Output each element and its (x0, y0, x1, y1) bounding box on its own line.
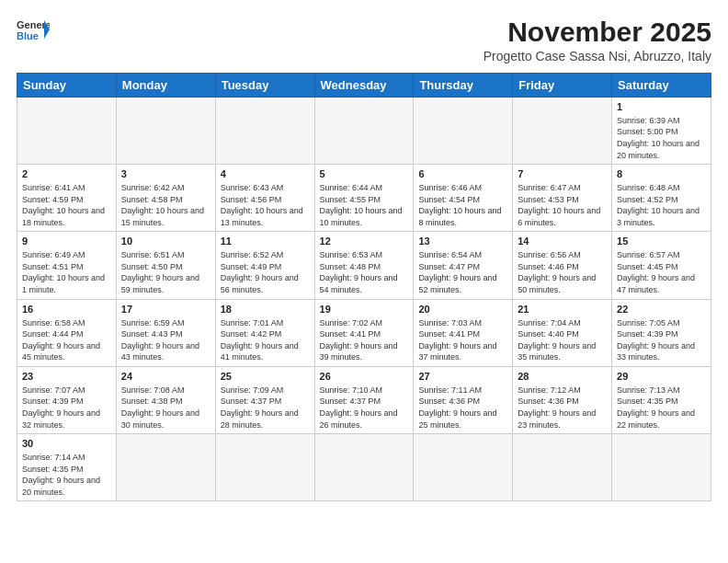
calendar-cell: 19Sunrise: 7:02 AM Sunset: 4:41 PM Dayli… (314, 299, 414, 366)
calendar-cell: 1Sunrise: 6:39 AM Sunset: 5:00 PM Daylig… (612, 98, 711, 165)
calendar-cell: 21Sunrise: 7:04 AM Sunset: 4:40 PM Dayli… (513, 299, 612, 366)
calendar-cell: 12Sunrise: 6:53 AM Sunset: 4:48 PM Dayli… (314, 232, 414, 299)
calendar-cell: 26Sunrise: 7:10 AM Sunset: 4:37 PM Dayli… (314, 366, 414, 433)
day-info: Sunrise: 7:09 AM Sunset: 4:37 PM Dayligh… (221, 385, 310, 431)
day-number: 4 (221, 167, 310, 181)
day-info: Sunrise: 6:47 AM Sunset: 4:53 PM Dayligh… (518, 182, 607, 228)
day-info: Sunrise: 6:53 AM Sunset: 4:48 PM Dayligh… (320, 249, 409, 295)
day-info: Sunrise: 6:43 AM Sunset: 4:56 PM Dayligh… (221, 182, 310, 228)
day-info: Sunrise: 7:07 AM Sunset: 4:39 PM Dayligh… (22, 385, 111, 431)
day-info: Sunrise: 7:08 AM Sunset: 4:38 PM Dayligh… (121, 385, 210, 431)
calendar-cell: 24Sunrise: 7:08 AM Sunset: 4:38 PM Dayli… (116, 366, 215, 433)
header-sunday: Sunday (17, 74, 117, 98)
calendar-cell: 28Sunrise: 7:12 AM Sunset: 4:36 PM Dayli… (513, 366, 612, 433)
day-info: Sunrise: 6:48 AM Sunset: 4:52 PM Dayligh… (617, 182, 706, 228)
calendar-cell: 3Sunrise: 6:42 AM Sunset: 4:58 PM Daylig… (116, 165, 215, 232)
calendar-cell: 6Sunrise: 6:46 AM Sunset: 4:54 PM Daylig… (414, 165, 513, 232)
header-tuesday: Tuesday (215, 74, 314, 98)
calendar-week-row: 16Sunrise: 6:58 AM Sunset: 4:44 PM Dayli… (17, 299, 711, 366)
calendar-cell (414, 98, 513, 165)
calendar-cell (215, 434, 314, 501)
calendar-cell: 10Sunrise: 6:51 AM Sunset: 4:50 PM Dayli… (116, 232, 215, 299)
title-block: November 2025 Progetto Case Sassa Nsi, A… (483, 17, 711, 63)
header-monday: Monday (116, 74, 215, 98)
day-number: 29 (617, 370, 706, 384)
day-info: Sunrise: 6:56 AM Sunset: 4:46 PM Dayligh… (518, 249, 607, 295)
calendar-cell (513, 434, 612, 501)
day-info: Sunrise: 6:51 AM Sunset: 4:50 PM Dayligh… (121, 249, 210, 295)
day-number: 1 (617, 100, 706, 114)
day-info: Sunrise: 6:59 AM Sunset: 4:43 PM Dayligh… (121, 317, 210, 363)
day-info: Sunrise: 6:58 AM Sunset: 4:44 PM Dayligh… (22, 317, 111, 363)
calendar-cell (414, 434, 513, 501)
day-number: 18 (221, 303, 310, 316)
calendar-cell (215, 98, 314, 165)
calendar-cell: 27Sunrise: 7:11 AM Sunset: 4:36 PM Dayli… (414, 366, 513, 433)
day-info: Sunrise: 7:03 AM Sunset: 4:41 PM Dayligh… (418, 317, 507, 363)
subtitle: Progetto Case Sassa Nsi, Abruzzo, Italy (483, 49, 711, 63)
calendar: Sunday Monday Tuesday Wednesday Thursday… (17, 73, 711, 501)
day-info: Sunrise: 7:02 AM Sunset: 4:41 PM Dayligh… (320, 317, 409, 363)
calendar-cell: 17Sunrise: 6:59 AM Sunset: 4:43 PM Dayli… (116, 299, 215, 366)
day-number: 15 (617, 235, 706, 248)
calendar-cell: 15Sunrise: 6:57 AM Sunset: 4:45 PM Dayli… (612, 232, 711, 299)
day-info: Sunrise: 6:42 AM Sunset: 4:58 PM Dayligh… (121, 182, 210, 228)
day-info: Sunrise: 7:11 AM Sunset: 4:36 PM Dayligh… (418, 385, 507, 431)
day-info: Sunrise: 7:10 AM Sunset: 4:37 PM Dayligh… (320, 385, 409, 431)
calendar-cell: 29Sunrise: 7:13 AM Sunset: 4:35 PM Dayli… (612, 366, 711, 433)
day-number: 14 (518, 235, 607, 248)
day-number: 11 (221, 235, 310, 248)
day-number: 17 (121, 303, 210, 316)
day-number: 19 (320, 303, 409, 316)
calendar-cell (116, 434, 215, 501)
calendar-cell: 25Sunrise: 7:09 AM Sunset: 4:37 PM Dayli… (215, 366, 314, 433)
calendar-cell: 18Sunrise: 7:01 AM Sunset: 4:42 PM Dayli… (215, 299, 314, 366)
calendar-cell: 16Sunrise: 6:58 AM Sunset: 4:44 PM Dayli… (17, 299, 117, 366)
day-header-row: Sunday Monday Tuesday Wednesday Thursday… (17, 74, 711, 98)
calendar-cell: 14Sunrise: 6:56 AM Sunset: 4:46 PM Dayli… (513, 232, 612, 299)
calendar-cell (612, 434, 711, 501)
day-number: 12 (320, 235, 409, 248)
day-info: Sunrise: 6:41 AM Sunset: 4:59 PM Dayligh… (22, 182, 111, 228)
calendar-week-row: 30Sunrise: 7:14 AM Sunset: 4:35 PM Dayli… (17, 434, 711, 501)
day-number: 8 (617, 167, 706, 181)
day-number: 27 (418, 370, 507, 384)
calendar-cell: 22Sunrise: 7:05 AM Sunset: 4:39 PM Dayli… (612, 299, 711, 366)
calendar-week-row: 23Sunrise: 7:07 AM Sunset: 4:39 PM Dayli… (17, 366, 711, 433)
day-number: 23 (22, 370, 111, 384)
day-number: 25 (221, 370, 310, 384)
day-number: 20 (418, 303, 507, 316)
calendar-week-row: 1Sunrise: 6:39 AM Sunset: 5:00 PM Daylig… (17, 98, 711, 165)
calendar-cell: 2Sunrise: 6:41 AM Sunset: 4:59 PM Daylig… (17, 165, 117, 232)
day-info: Sunrise: 7:12 AM Sunset: 4:36 PM Dayligh… (518, 385, 607, 431)
day-info: Sunrise: 7:13 AM Sunset: 4:35 PM Dayligh… (617, 385, 706, 431)
day-number: 21 (518, 303, 607, 316)
header-wednesday: Wednesday (314, 74, 414, 98)
calendar-cell: 23Sunrise: 7:07 AM Sunset: 4:39 PM Dayli… (17, 366, 117, 433)
day-number: 6 (418, 167, 507, 181)
day-info: Sunrise: 6:44 AM Sunset: 4:55 PM Dayligh… (320, 182, 409, 228)
calendar-cell (116, 98, 215, 165)
logo: General Blue (17, 17, 50, 42)
day-info: Sunrise: 6:57 AM Sunset: 4:45 PM Dayligh… (617, 249, 706, 295)
page: General Blue November 2025 Progetto Case… (0, 0, 728, 563)
generalblue-logo-icon: General Blue (17, 17, 50, 42)
calendar-cell: 9Sunrise: 6:49 AM Sunset: 4:51 PM Daylig… (17, 232, 117, 299)
day-info: Sunrise: 6:49 AM Sunset: 4:51 PM Dayligh… (22, 249, 111, 295)
day-info: Sunrise: 7:14 AM Sunset: 4:35 PM Dayligh… (22, 452, 111, 498)
day-number: 26 (320, 370, 409, 384)
day-number: 28 (518, 370, 607, 384)
calendar-body: 1Sunrise: 6:39 AM Sunset: 5:00 PM Daylig… (17, 98, 711, 501)
calendar-cell: 7Sunrise: 6:47 AM Sunset: 4:53 PM Daylig… (513, 165, 612, 232)
day-number: 7 (518, 167, 607, 181)
calendar-cell: 30Sunrise: 7:14 AM Sunset: 4:35 PM Dayli… (17, 434, 117, 501)
header-thursday: Thursday (414, 74, 513, 98)
calendar-cell: 11Sunrise: 6:52 AM Sunset: 4:49 PM Dayli… (215, 232, 314, 299)
day-number: 30 (22, 437, 111, 451)
month-title: November 2025 (483, 17, 711, 47)
calendar-cell: 4Sunrise: 6:43 AM Sunset: 4:56 PM Daylig… (215, 165, 314, 232)
calendar-cell (314, 98, 414, 165)
day-number: 24 (121, 370, 210, 384)
day-number: 10 (121, 235, 210, 248)
calendar-cell: 5Sunrise: 6:44 AM Sunset: 4:55 PM Daylig… (314, 165, 414, 232)
